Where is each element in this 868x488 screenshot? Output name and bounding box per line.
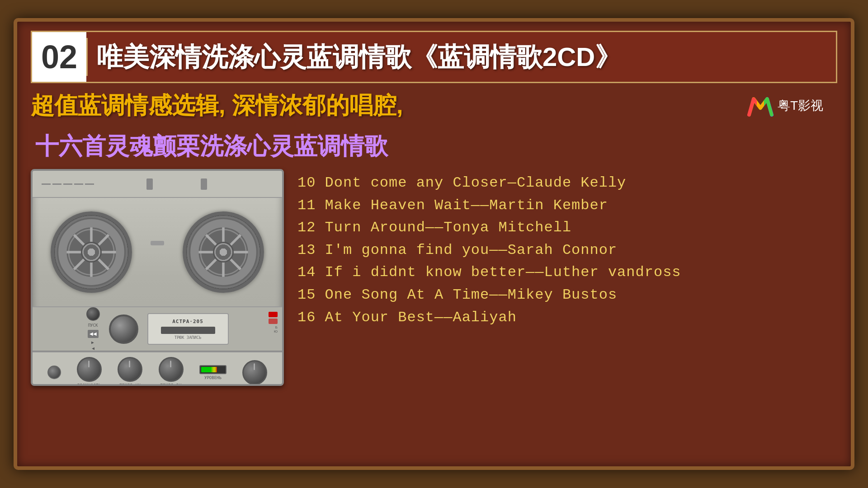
song-title: Turn Around——Tonya Mitchell [325,219,571,236]
tape-post-right [201,178,207,190]
small-dial [86,307,100,321]
rewind-btn[interactable]: ◀◀ [88,330,99,338]
svg-point-28 [214,243,232,261]
list-item: 11 Make Heaven Wait——Martin Kember [297,196,837,215]
svg-point-29 [219,248,227,256]
list-item: 14 If i didnt know better——Luther vandro… [297,263,837,282]
knob-bass: ТЕМБР НЧ [118,357,142,386]
treble-label: ТЕМБР ВЧ [160,383,181,386]
main-title: 唯美深情洗涤心灵蓝调情歌《蓝调情歌2CD》 [97,42,827,71]
knob-volume: ГРОМКОСТЬ [77,357,102,386]
song-number: 15 [297,286,325,303]
bass-knob[interactable] [118,357,142,382]
pusk-label: ПУСК [88,323,98,328]
list-item: 13 I'm gonna find you——Sarah Connor [297,241,837,260]
song-title: If i didnt know better——Luther vandross [325,264,681,281]
small-knob-left[interactable] [47,366,61,379]
volume-knob[interactable] [77,357,102,382]
song-number: 14 [297,264,325,281]
list-item: 10 Dont come any Closer—Claude Kelly [297,174,837,192]
reel-left [51,211,132,293]
svg-point-16 [87,248,95,256]
tape-head-unit: АСТРА·205 ТРЮК ЗАПИСЬ [147,313,229,345]
vent-line [42,183,51,185]
song-number: 10 [297,174,325,191]
song-number: 12 [297,219,325,236]
tape-head-area: ПУСК ◀◀ ▲ ▲ АСТРА·205 [33,306,282,352]
logo-icon [747,94,774,117]
purple-subtitle: 十六首灵魂颤栗洗涤心灵蓝调情歌 [31,128,837,164]
main-knob[interactable] [109,314,138,344]
vent-line [63,183,72,185]
vent-line [52,183,61,185]
level-bar [201,367,217,372]
song-title: I'm gonna find you——Sarah Connor [325,242,618,258]
recorder-top [33,171,282,198]
header-row: 02 唯美深情洗涤心灵蓝调情歌《蓝调情歌2CD》 [31,31,837,83]
bass-label: ТЕМБР НЧ [119,383,141,386]
song-title: Dont come any Closer—Claude Kelly [325,174,627,191]
song-number: 11 [297,197,325,214]
tape-indicators: БЮ [269,312,278,333]
list-item: 16 At Your Best——Aaliyah [297,308,837,327]
treble-knob[interactable] [159,357,184,382]
indicator-red-1 [269,312,278,317]
content-area: ПУСК ◀◀ ▲ ▲ АСТРА·205 [31,169,837,457]
level-meter-area: УРОВЕНЬ [199,365,226,380]
logo-text: 粤T影视 [778,97,823,114]
song-title: Make Heaven Wait——Martin Kember [325,197,608,214]
song-list: 10 Dont come any Closer—Claude Kelly 11 … [297,169,837,327]
subtitle-text: 超值蓝调情感选辑, 深情浓郁的唱腔, [31,90,403,122]
indicator-red-2 [269,319,278,324]
subtitle-row: 超值蓝调情感选辑, 深情浓郁的唱腔, [31,88,837,124]
transport-controls: ◀◀ [88,330,99,338]
brand-label: АСТРА·205 [172,319,203,324]
vent-line [74,183,83,185]
song-number: 16 [297,309,325,326]
level-knob[interactable] [242,360,267,385]
level-label: УРОВЕНЬ [204,375,222,380]
record-label: ТРЮК ЗАПИСЬ [175,335,202,340]
vent-lines [42,183,94,185]
list-item: 12 Turn Around——Tonya Mitchell [297,218,837,237]
level-meter [199,365,226,374]
left-panel: ПУСК ◀◀ ▲ ▲ [86,307,100,351]
recorder-bottom: ГРОМКОСТЬ ТЕМБР НЧ ТЕМБР ВЧ УРОВЕНЬ [33,352,282,386]
reels-area [33,198,282,306]
list-item: 15 One Song At A Time——Mikey Bustos [297,286,837,305]
main-frame: 02 唯美深情洗涤心灵蓝调情歌《蓝调情歌2CD》 超值蓝调情感选辑, 深情浓郁的… [14,18,854,470]
episode-number: 02 [32,32,86,82]
knob-level [242,360,267,385]
volume-label: ГРОМКОСТЬ [77,383,101,386]
song-title: At Your Best——Aaliyah [325,309,517,326]
tape-recorder: ПУСК ◀◀ ▲ ▲ АСТРА·205 [31,169,284,386]
logo-area: 粤T影视 [747,94,837,117]
vent-line [85,183,94,185]
tape-post-left [146,178,153,190]
reel-right [183,211,264,293]
knob-treble: ТЕМБР ВЧ [159,357,184,386]
title-box: 唯美深情洗涤心灵蓝调情歌《蓝调情歌2CD》 [86,38,836,76]
song-number: 13 [297,242,325,258]
song-title: One Song At A Time——Mikey Bustos [325,286,618,303]
svg-point-15 [82,243,100,261]
